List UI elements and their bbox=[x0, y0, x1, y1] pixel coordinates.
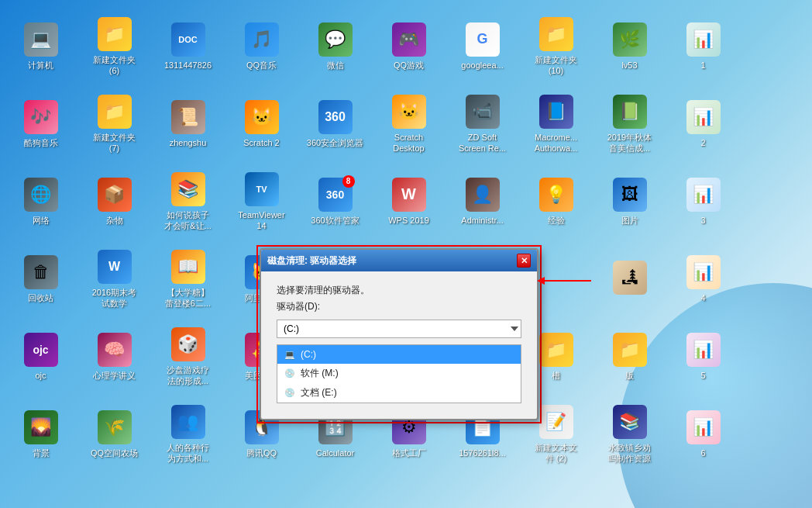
icon-num1[interactable]: 📊 1 bbox=[666, 8, 740, 85]
icon-magazine[interactable]: 📦 杂物 bbox=[77, 163, 151, 240]
icon-renwu-label: 人的各种行为方式和... bbox=[167, 442, 209, 465]
wps-icon: W bbox=[392, 178, 426, 212]
icon-photo[interactable]: 🖼 图片 bbox=[593, 163, 666, 240]
icon-lv53[interactable]: 🌿 lv53 bbox=[593, 8, 666, 85]
icon-folder6[interactable]: 📁 新建文件夹(6) bbox=[77, 8, 151, 85]
icon-jingyan-label: 经验 bbox=[548, 215, 565, 226]
icon-2019[interactable]: 📗 2019年秋体音美信成... bbox=[593, 85, 666, 163]
scratch2-icon: 🐱 bbox=[245, 100, 279, 134]
icon-scratch2[interactable]: 🐱 Scratch 2 bbox=[225, 85, 298, 163]
icon-num2[interactable]: 📊 2 bbox=[666, 85, 740, 163]
arrow-head-icon bbox=[537, 277, 545, 285]
teamviewer-icon: TV bbox=[245, 172, 279, 206]
scratch-desktop-icon: 🐱 bbox=[392, 95, 426, 129]
icon-qq-music[interactable]: 🎵 QQ音乐 bbox=[225, 8, 298, 85]
icon-network[interactable]: 🌐 网络 bbox=[4, 163, 77, 240]
num3-icon: 📊 bbox=[686, 178, 721, 212]
icon-360soft[interactable]: 360 8 360软件管家 bbox=[298, 163, 372, 240]
icon-google[interactable]: G googleea... bbox=[446, 8, 519, 85]
num6-icon: 📊 bbox=[686, 410, 721, 444]
icon-bg[interactable]: 🌄 背景 bbox=[4, 396, 77, 473]
icon-admin-label: Administr... bbox=[461, 215, 503, 226]
icon-zdsoft[interactable]: 📹 ZD SoftScreen Re... bbox=[446, 85, 519, 163]
icon-1311-label: 1311447826 bbox=[164, 60, 212, 71]
icon-qqfarm[interactable]: 🌾 QQ空间农场 bbox=[77, 396, 151, 473]
dropdown-item-m-label: 软件 (M:) bbox=[301, 367, 339, 380]
dropdown-item-c-selected[interactable]: 💻 (C:) bbox=[277, 345, 521, 364]
icon-daxuetang[interactable]: 📖 【大学糖】蕾登楼6二... bbox=[151, 240, 225, 318]
icon-music-app[interactable]: 🎶 酷狗音乐 bbox=[4, 85, 77, 163]
wechat-icon: 💬 bbox=[318, 22, 353, 57]
book-child-icon: 📚 bbox=[171, 172, 205, 206]
dialog-description: 选择要清理的驱动器。 bbox=[277, 284, 521, 297]
icon-num4-label: 4 bbox=[700, 292, 705, 303]
icon-ojc[interactable]: ojc ojc bbox=[4, 318, 77, 396]
icon-admin[interactable]: 👤 Administr... bbox=[446, 163, 519, 240]
icon-wps[interactable]: W WPS 2019 bbox=[372, 163, 446, 240]
jingyan-icon: 💡 bbox=[539, 178, 573, 212]
dialog-drive-select[interactable]: (C:) 软件 (M:) 文档 (E:) bbox=[277, 320, 521, 338]
dialog-title: 磁盘清理: 驱动器选择 bbox=[267, 254, 356, 268]
icon-book-child[interactable]: 📚 如何说孩子才会听&让... bbox=[151, 163, 225, 240]
num2-icon: 📊 bbox=[686, 100, 721, 134]
network-icon: 🌐 bbox=[24, 178, 58, 212]
icon-macrome[interactable]: 📘 Macrome...Authorwa... bbox=[519, 85, 593, 163]
dialog-select-wrapper: (C:) 软件 (M:) 文档 (E:) bbox=[277, 320, 521, 338]
arrow-line bbox=[545, 280, 591, 282]
icon-word2016[interactable]: W 2016期末考试数学 bbox=[77, 240, 151, 318]
icon-shuijiao[interactable]: 📚 水致镇乡劝吗制作资源 bbox=[593, 396, 666, 473]
icon-geshicf-label: 格式工厂 bbox=[392, 448, 426, 458]
icon-wechat[interactable]: 💬 微信 bbox=[298, 8, 372, 85]
icon-cao-label: 槽 bbox=[552, 370, 560, 381]
icon-qqfarm-label: QQ空间农场 bbox=[91, 448, 138, 458]
dialog-titlebar: 磁盘清理: 驱动器选择 ✕ bbox=[261, 250, 537, 271]
desktop: 💻 计算机 📁 新建文件夹(6) DOC 1311447826 🎵 QQ音乐 💬… bbox=[0, 0, 812, 508]
icon-empty-4-9: 🏞 bbox=[593, 240, 666, 318]
zhengshu-icon: 📜 bbox=[171, 100, 205, 134]
icon-book-child-label: 如何说孩子才会听&让... bbox=[164, 209, 212, 232]
icon-qq-game[interactable]: 🎮 QQ游戏 bbox=[372, 8, 446, 85]
cao-icon: 📁 bbox=[539, 333, 573, 367]
icon-network-label: 网络 bbox=[33, 215, 50, 226]
icon-lv53-label: lv53 bbox=[621, 60, 637, 71]
drive-e-icon: 💿 bbox=[284, 387, 296, 399]
drive-m-icon: 💿 bbox=[284, 368, 296, 380]
icon-word2016-label: 2016期末考试数学 bbox=[92, 287, 136, 309]
ojc-icon: ojc bbox=[24, 333, 58, 367]
icon-psych[interactable]: 🧠 心理学讲义 bbox=[77, 318, 151, 396]
icon-num4[interactable]: 📊 4 bbox=[666, 240, 740, 318]
icon-folder10[interactable]: 📁 新建文件夹(10) bbox=[519, 8, 593, 85]
icon-scratch-desktop[interactable]: 🐱 ScratchDesktop bbox=[372, 85, 446, 163]
icon-teamviewer-label: TeamViewer14 bbox=[238, 209, 284, 232]
icon-renwu[interactable]: 👥 人的各种行为方式和... bbox=[151, 396, 225, 473]
photo-icon: 🖼 bbox=[613, 178, 647, 212]
icon-1311[interactable]: DOC 1311447826 bbox=[151, 8, 225, 85]
icon-wps-label: WPS 2019 bbox=[388, 215, 429, 226]
icon-num5[interactable]: 📊 5 bbox=[666, 318, 740, 396]
game-therapy-icon: 🎲 bbox=[171, 327, 205, 361]
num1-icon: 📊 bbox=[686, 22, 721, 57]
icon-teamviewer[interactable]: TV TeamViewer14 bbox=[225, 163, 298, 240]
dialog-dropdown-list: 💻 (C:) 💿 软件 (M:) 💿 文档 (E:) bbox=[277, 344, 521, 403]
icon-num6-label: 6 bbox=[700, 448, 705, 458]
icon-num6[interactable]: 📊 6 bbox=[666, 396, 740, 473]
icon-ban[interactable]: 📁 版 bbox=[593, 318, 666, 396]
num4-icon: 📊 bbox=[686, 255, 721, 289]
icon-scratch-desktop-label: ScratchDesktop bbox=[393, 132, 424, 154]
icon-360browser[interactable]: 360 360安全浏览器 bbox=[298, 85, 372, 163]
dropdown-item-e[interactable]: 💿 文档 (E:) bbox=[277, 383, 521, 403]
icon-folder7[interactable]: 📁 新建文件夹(7) bbox=[77, 85, 151, 163]
icon-computer[interactable]: 💻 计算机 bbox=[4, 8, 77, 85]
icon-game-therapy[interactable]: 🎲 沙盘游戏疗法的形成... bbox=[151, 318, 225, 396]
icon-zhengshu[interactable]: 📜 zhengshu bbox=[151, 85, 225, 163]
dialog-close-button[interactable]: ✕ bbox=[517, 254, 531, 268]
icon-macrome-label: Macrome...Authorwa... bbox=[535, 132, 578, 154]
icon-trash[interactable]: 🗑 回收站 bbox=[4, 240, 77, 318]
icon-calc-label: Calculator bbox=[316, 448, 355, 458]
icon-num3-label: 3 bbox=[700, 215, 705, 226]
dropdown-item-m[interactable]: 💿 软件 (M:) bbox=[277, 364, 521, 383]
icon-num3[interactable]: 📊 3 bbox=[666, 163, 740, 240]
icon-scratch2-label: Scratch 2 bbox=[243, 137, 279, 148]
icon-jingyan[interactable]: 💡 经验 bbox=[519, 163, 593, 240]
icon-bg-label: 背景 bbox=[33, 448, 50, 458]
